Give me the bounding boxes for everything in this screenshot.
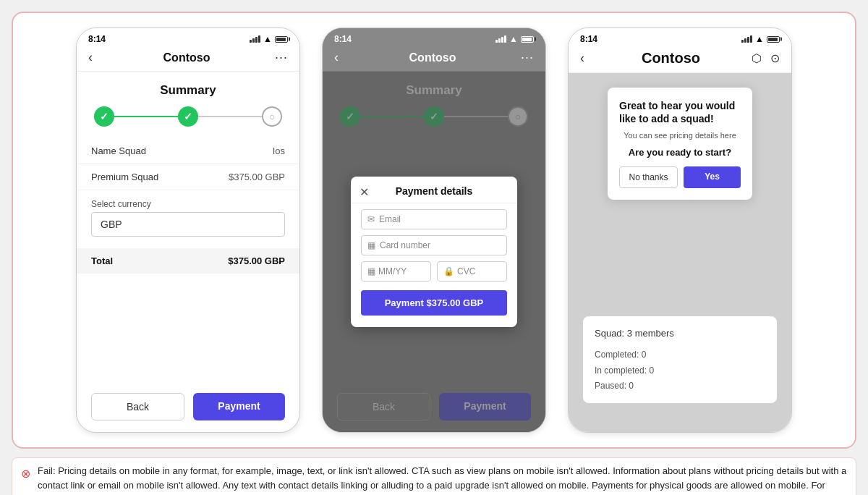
modal-overlay: ✕ Payment details ✉ Email ▦ Card number … [323, 72, 545, 432]
profile-icon[interactable]: ⊙ [770, 51, 780, 65]
calendar-icon: ▦ [367, 266, 375, 276]
status-icons-1: ▲ [250, 34, 288, 44]
nav-title-1: Contoso [98, 51, 275, 64]
back-button-1[interactable]: ‹ [88, 50, 98, 65]
lock-icon: 🔒 [443, 266, 454, 276]
popup-subtext: You can see pricing details here [619, 131, 741, 140]
status-bar-1: 8:14 ▲ [77, 28, 299, 47]
nav-bar-2: ‹ Contoso ··· [323, 47, 545, 72]
popup-question: Are you ready to start? [619, 147, 741, 158]
card-placeholder: Card number [380, 240, 430, 250]
popup-card: Great to hear you would like to add a sq… [608, 88, 752, 200]
status-time-1: 8:14 [88, 34, 106, 44]
modal-header: ✕ Payment details [351, 177, 517, 203]
email-icon: ✉ [367, 214, 375, 224]
premium-value: $375.00 GBP [229, 172, 285, 182]
status-icons-3: ▲ [741, 34, 780, 44]
step-line-2 [198, 116, 262, 117]
total-value: $375.00 GBP [228, 255, 285, 266]
status-bar-2: 8:14 ▲ [323, 28, 545, 47]
mm-placeholder: MM/YY [378, 266, 407, 276]
fail-message: Fail: Pricing details on mobile in any f… [38, 465, 846, 495]
currency-label: Select currency [91, 199, 285, 209]
share-icon[interactable]: ⬡ [752, 51, 762, 65]
signal-bars-3 [741, 35, 752, 43]
phone-2: 8:14 ▲ ‹ Contoso ··· Summary [322, 28, 546, 433]
nav-icons-3: ⬡ ⊙ [752, 51, 780, 65]
action-buttons-1: Back Payment [77, 381, 299, 432]
screen-1-content: Summary ✓ ✓ ○ Name Squad Ios Premium Sq [77, 72, 299, 432]
step-line-1 [114, 116, 178, 117]
popup-overlay: Great to hear you would like to add a sq… [569, 73, 791, 432]
more-button-1[interactable]: ··· [275, 50, 288, 65]
info-row-premium: Premium Squad $375.00 GBP [77, 164, 299, 190]
screen-3-content: Great to hear you would like to add a sq… [569, 73, 791, 432]
screen-title-1: Summary [77, 72, 299, 106]
payment-modal: ✕ Payment details ✉ Email ▦ Card number … [351, 177, 517, 327]
card-number-field[interactable]: ▦ Card number [361, 235, 507, 255]
step1-check: ✓ [100, 111, 109, 122]
signal-bars-1 [250, 35, 260, 43]
status-time-3: 8:14 [580, 34, 597, 44]
yes-btn[interactable]: Yes [684, 166, 741, 188]
premium-label: Premium Squad [91, 172, 158, 182]
back-button-2[interactable]: ‹ [334, 50, 344, 65]
payment-btn-1[interactable]: Payment [193, 393, 285, 420]
fail-section: ⊗ Fail: Pricing details on mobile in any… [12, 457, 856, 495]
nav-bar-1: ‹ Contoso ··· [77, 47, 299, 72]
more-button-2[interactable]: ··· [521, 50, 534, 65]
step3-icon: ○ [269, 111, 275, 122]
total-label: Total [91, 255, 113, 266]
step2-circle: ✓ [178, 106, 198, 127]
popup-buttons: No thanks Yes [619, 166, 741, 188]
popup-heading: Great to hear you would like to add a sq… [619, 99, 741, 125]
cvc-field[interactable]: 🔒 CVC [437, 261, 507, 282]
nav-title-3: Contoso [590, 50, 752, 67]
step1-circle: ✓ [94, 106, 114, 127]
steps-row-1: ✓ ✓ ○ [77, 106, 299, 127]
step3-circle: ○ [262, 106, 282, 127]
info-row-name: Name Squad Ios [77, 138, 299, 164]
signal-bars-2 [495, 35, 506, 43]
card-details-row: ▦ MM/YY 🔒 CVC [361, 261, 507, 282]
status-icons-2: ▲ [495, 34, 534, 44]
back-btn-1[interactable]: Back [91, 393, 184, 420]
wifi-icon-3: ▲ [755, 34, 764, 44]
battery-icon-2 [521, 36, 534, 43]
name-label: Name Squad [91, 145, 146, 156]
battery-icon-3 [767, 36, 780, 43]
status-bar-3: 8:14 ▲ [569, 28, 791, 47]
nav-bar-3: ‹ Contoso ⬡ ⊙ [569, 47, 791, 73]
fail-icon: ⊗ [21, 465, 30, 483]
battery-icon-1 [275, 36, 288, 43]
nav-title-2: Contoso [344, 51, 521, 64]
no-thanks-btn[interactable]: No thanks [619, 166, 678, 188]
email-field[interactable]: ✉ Email [361, 209, 507, 229]
card-icon: ▦ [367, 240, 375, 250]
currency-input[interactable]: GBP [91, 212, 285, 237]
modal-title: Payment details [362, 185, 506, 197]
screen-2-content: Summary ✓ ✓ ○ ✕ Payment details [323, 72, 545, 432]
modal-close-btn[interactable]: ✕ [359, 185, 369, 199]
phone-1: 8:14 ▲ ‹ Contoso ··· Summary ✓ [76, 28, 300, 433]
mm-yy-field[interactable]: ▦ MM/YY [361, 261, 431, 282]
total-row: Total $375.00 GBP [77, 248, 299, 274]
email-placeholder: Email [379, 214, 401, 224]
name-value: Ios [273, 145, 285, 156]
step2-check: ✓ [184, 111, 192, 122]
wifi-icon-2: ▲ [509, 34, 518, 44]
back-button-3[interactable]: ‹ [580, 51, 590, 66]
currency-section: Select currency GBP [77, 190, 299, 245]
wifi-icon-1: ▲ [263, 34, 272, 44]
phone-3: 8:14 ▲ ‹ Contoso ⬡ ⊙ [568, 28, 792, 433]
fail-text: Fail: Pricing details on mobile in any f… [38, 464, 847, 495]
status-time-2: 8:14 [334, 34, 352, 44]
cvc-placeholder: CVC [457, 266, 475, 276]
modal-pay-button[interactable]: Payment $375.00 GBP [361, 290, 507, 316]
main-container: 8:14 ▲ ‹ Contoso ··· Summary ✓ [12, 12, 856, 449]
